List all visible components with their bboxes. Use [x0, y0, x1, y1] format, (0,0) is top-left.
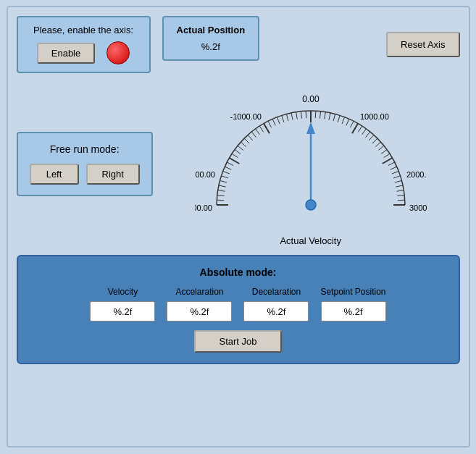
svg-line-58	[397, 195, 404, 196]
svg-line-47	[378, 146, 384, 150]
velocity-input[interactable]	[90, 301, 155, 321]
velocity-group: Velocity	[90, 287, 155, 321]
free-run-buttons: Left Right	[30, 164, 140, 185]
enable-panel-label: Please, enable the axis:	[33, 25, 133, 35]
svg-line-39	[350, 121, 354, 127]
gauge-container: 0.00 1000.00 -1000.00 2000.00 -2000.00 3…	[162, 82, 460, 246]
acceleration-input[interactable]	[167, 301, 232, 321]
svg-line-3	[217, 190, 225, 192]
svg-line-15	[244, 138, 249, 143]
svg-line-54	[393, 176, 401, 178]
svg-line-51	[388, 162, 395, 166]
absolute-mode-panel: Absolute mode: Velocity Accelaration Dec…	[17, 255, 460, 364]
svg-line-27	[296, 112, 297, 119]
svg-text:-1000.00: -1000.00	[230, 112, 261, 121]
svg-line-31	[315, 111, 316, 118]
svg-line-17	[251, 132, 256, 138]
svg-line-41	[358, 126, 362, 132]
svg-text:3000.00: 3000.00	[409, 203, 427, 212]
svg-line-23	[277, 117, 280, 124]
svg-line-1	[217, 200, 224, 201]
svg-line-2	[217, 195, 224, 196]
svg-line-21	[268, 121, 272, 127]
svg-text:1000.00: 1000.00	[360, 112, 389, 121]
svg-line-4	[219, 185, 226, 187]
svg-line-36	[338, 115, 340, 122]
top-row: Please, enable the axis: Enable Actual P…	[17, 16, 460, 73]
deceleration-input[interactable]	[243, 301, 309, 321]
svg-line-50	[382, 158, 392, 164]
svg-line-48	[381, 150, 387, 154]
svg-line-59	[398, 200, 405, 201]
axis-status-indicator	[107, 41, 130, 64]
start-job-button[interactable]: Start Job	[194, 330, 281, 353]
svg-line-37	[342, 117, 345, 124]
absolute-mode-title: Absolute mode:	[200, 266, 277, 278]
acceleration-label: Accelaration	[175, 287, 223, 297]
reset-axis-button[interactable]: Reset Axis	[386, 32, 459, 57]
svg-line-25	[286, 114, 288, 121]
svg-line-53	[392, 171, 398, 174]
actual-position-panel: Actual Position %.2f	[162, 16, 260, 61]
svg-line-16	[248, 135, 253, 140]
svg-line-56	[396, 185, 403, 187]
svg-line-38	[346, 119, 348, 125]
setpoint-group: Setpoint Position	[320, 287, 385, 321]
acceleration-group: Accelaration	[167, 287, 232, 321]
svg-line-14	[241, 142, 246, 147]
setpoint-label: Setpoint Position	[320, 287, 385, 297]
free-run-panel: Free run mode: Left Right	[17, 132, 153, 196]
svg-line-57	[396, 190, 404, 192]
free-run-label: Free run mode:	[50, 143, 120, 155]
svg-line-12	[234, 150, 240, 154]
svg-line-52	[390, 167, 396, 169]
svg-line-13	[238, 146, 243, 150]
svg-line-7	[222, 171, 229, 174]
svg-line-19	[259, 126, 263, 132]
enable-button[interactable]: Enable	[37, 43, 95, 64]
svg-line-24	[281, 115, 283, 122]
velocity-label: Velocity	[108, 287, 138, 297]
svg-line-6	[221, 176, 228, 178]
svg-line-20	[264, 123, 270, 133]
setpoint-input[interactable]	[321, 301, 386, 321]
fields-row: Velocity Accelaration Decelaration Setpo…	[90, 287, 385, 321]
svg-point-70	[306, 200, 316, 210]
actual-position-value: %.2f	[201, 41, 220, 52]
svg-text:-2000.00: -2000.00	[195, 170, 215, 179]
svg-line-55	[395, 180, 402, 182]
svg-text:0.00: 0.00	[302, 94, 320, 104]
svg-line-46	[375, 142, 380, 147]
svg-line-9	[227, 162, 233, 166]
enable-panel: Please, enable the axis: Enable	[17, 16, 151, 73]
svg-line-5	[220, 180, 227, 182]
right-button[interactable]: Right	[86, 164, 140, 185]
svg-line-49	[383, 154, 389, 157]
actual-position-title: Actual Position	[177, 25, 246, 35]
svg-text:2000.00: 2000.00	[406, 170, 427, 179]
gauge-svg-wrap: 0.00 1000.00 -1000.00 2000.00 -2000.00 3…	[195, 82, 427, 234]
svg-line-33	[324, 112, 325, 119]
svg-line-45	[372, 138, 377, 143]
svg-line-42	[362, 129, 366, 135]
svg-line-32	[320, 112, 320, 119]
svg-line-18	[255, 129, 259, 135]
svg-line-29	[306, 111, 306, 118]
svg-line-8	[225, 167, 231, 169]
svg-line-40	[352, 123, 358, 133]
left-button[interactable]: Left	[30, 164, 79, 185]
svg-line-34	[329, 113, 330, 120]
gauge-svg: 0.00 1000.00 -1000.00 2000.00 -2000.00 3…	[195, 82, 427, 227]
svg-line-11	[232, 154, 238, 157]
svg-line-28	[301, 112, 301, 119]
svg-line-22	[272, 119, 275, 125]
svg-line-43	[365, 132, 369, 138]
svg-line-44	[369, 135, 374, 140]
middle-row: Free run mode: Left Right	[17, 82, 460, 246]
enable-row: Enable	[37, 41, 130, 64]
svg-line-10	[229, 158, 239, 164]
gauge-label: Actual Velocity	[280, 235, 341, 246]
deceleration-label: Decelaration	[252, 287, 301, 297]
main-container: Please, enable the axis: Enable Actual P…	[7, 6, 470, 447]
svg-line-35	[333, 114, 335, 121]
